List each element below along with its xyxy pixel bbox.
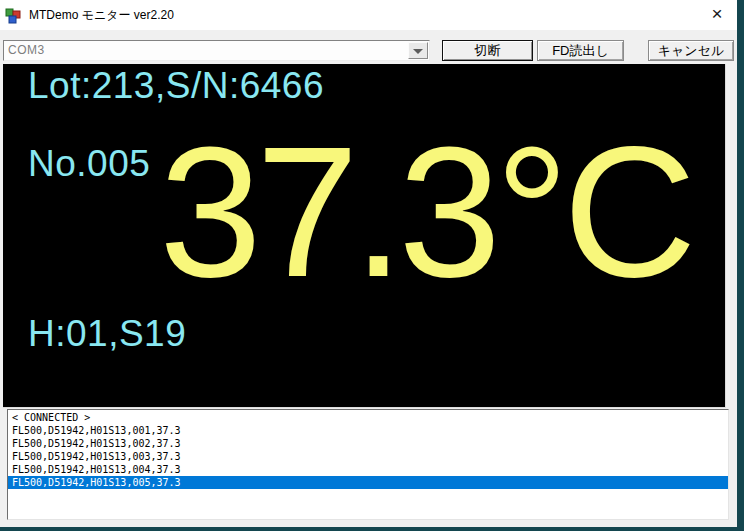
window-title: MTDemo モニター ver2.20 [29, 0, 174, 30]
temperature-readout: 37.3°C [159, 120, 691, 305]
channel-number-text: No.005 [28, 145, 150, 182]
log-row[interactable]: FL500,D51942,H01S13,004,37.3 [8, 463, 728, 476]
log-row[interactable]: FL500,D51942,H01S13,001,37.3 [8, 424, 728, 437]
chevron-down-icon[interactable] [408, 42, 428, 59]
com-port-value: COM3 [8, 41, 45, 60]
app-window: MTDemo モニター ver2.20 × COM3 切断 FD読出し キャンセ… [0, 0, 737, 527]
com-port-select[interactable]: COM3 [3, 40, 430, 61]
log-list[interactable]: < CONNECTED >FL500,D51942,H01S13,001,37.… [7, 409, 729, 520]
temperature-value: 37.3 [159, 109, 495, 315]
cancel-button[interactable]: キャンセル [648, 40, 734, 61]
log-row[interactable]: < CONNECTED > [8, 411, 728, 424]
measurement-display: Lot:213,S/N:6466 No.005 37.3°C H:01,S19 [3, 64, 726, 408]
title-bar: MTDemo モニター ver2.20 × [0, 0, 737, 30]
temperature-unit: °C [495, 109, 691, 315]
app-icon [5, 7, 22, 24]
log-row[interactable]: FL500,D51942,H01S13,003,37.3 [8, 450, 728, 463]
fd-read-button[interactable]: FD読出し [537, 40, 624, 61]
sensor-status-text: H:01,S19 [28, 315, 186, 352]
lot-serial-text: Lot:213,S/N:6466 [28, 67, 324, 104]
log-row[interactable]: FL500,D51942,H01S13,002,37.3 [8, 437, 728, 450]
close-icon[interactable]: × [700, 0, 734, 28]
log-row[interactable]: FL500,D51942,H01S13,005,37.3 [8, 476, 728, 489]
disconnect-button[interactable]: 切断 [442, 40, 533, 61]
